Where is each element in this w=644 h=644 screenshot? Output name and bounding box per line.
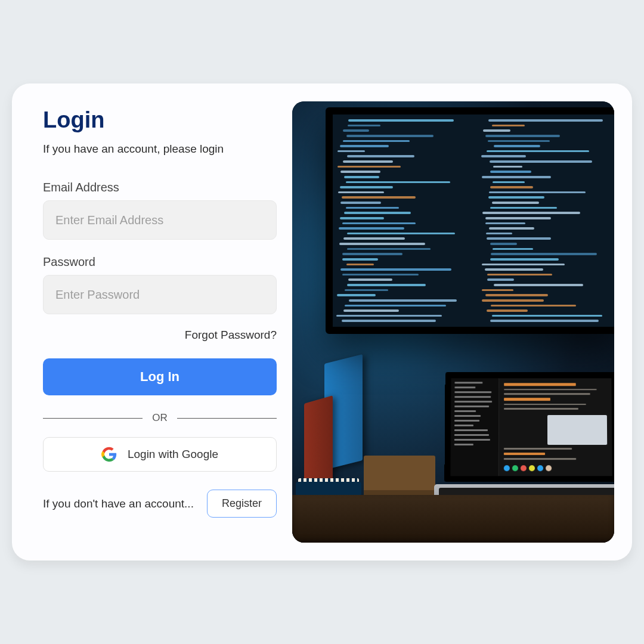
register-button[interactable]: Register bbox=[207, 490, 277, 518]
google-button-label: Login with Google bbox=[128, 448, 218, 461]
login-form-panel: Login If you have an account, please log… bbox=[30, 101, 292, 543]
laptop-icon bbox=[439, 372, 614, 509]
login-hero-image bbox=[292, 101, 614, 543]
or-divider: OR bbox=[43, 412, 277, 424]
divider-label: OR bbox=[152, 412, 168, 424]
monitor-icon bbox=[326, 107, 614, 334]
login-title: Login bbox=[43, 107, 277, 133]
login-button[interactable]: Log In bbox=[43, 358, 277, 395]
divider-line-left bbox=[43, 418, 143, 419]
login-subtitle: If you have an account, please login bbox=[43, 143, 277, 156]
password-input[interactable] bbox=[43, 275, 277, 314]
divider-line-right bbox=[177, 418, 277, 419]
notebook-icon bbox=[296, 482, 361, 496]
email-label: Email Address bbox=[43, 181, 277, 194]
email-input[interactable] bbox=[43, 200, 277, 240]
login-card: Login If you have an account, please log… bbox=[12, 83, 632, 561]
register-prompt: If you don't have an account... bbox=[43, 497, 194, 510]
login-with-google-button[interactable]: Login with Google bbox=[43, 437, 277, 472]
stand-icon bbox=[364, 456, 435, 497]
forgot-password-link[interactable]: Forgot Password? bbox=[185, 329, 277, 342]
password-label: Password bbox=[43, 255, 277, 269]
scene-icon bbox=[292, 101, 614, 543]
google-icon bbox=[101, 447, 117, 462]
